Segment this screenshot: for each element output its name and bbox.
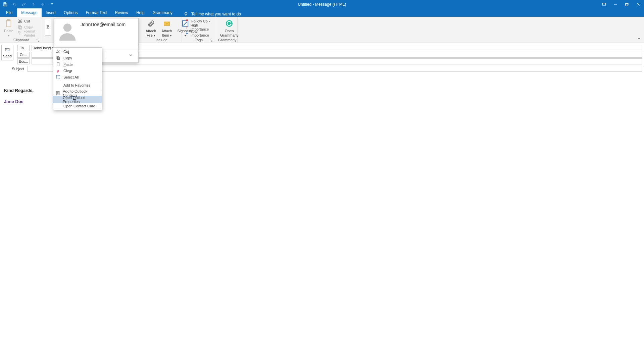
svg-rect-24 (57, 56, 59, 59)
group-basic-text: B (43, 17, 53, 43)
send-label: Send (3, 54, 12, 58)
format-painter-icon (17, 31, 22, 36)
svg-point-8 (185, 12, 187, 15)
avatar-icon (58, 21, 77, 41)
cm-paste: Paste (53, 61, 102, 67)
send-button[interactable]: Send (1, 45, 13, 60)
paperclip-icon (146, 19, 156, 28)
close-icon[interactable] (633, 0, 644, 8)
scissors-icon (55, 49, 61, 54)
arrow-up-icon[interactable] (30, 1, 36, 7)
svg-rect-10 (7, 19, 10, 21)
attach-item-icon (162, 19, 171, 28)
cm-select-all-label: Select All (63, 75, 79, 79)
chevron-down-icon[interactable] (127, 51, 135, 59)
tell-me[interactable]: Tell me what you want to do (183, 11, 241, 17)
cm-open-contact-card[interactable]: Open Contact Card (53, 103, 102, 109)
to-button[interactable]: To... (17, 45, 30, 51)
tab-file[interactable]: File (1, 8, 17, 17)
low-importance-button[interactable]: Low Importance (184, 30, 214, 36)
separator (105, 51, 105, 59)
cm-add-favorites-label: Add to Favorites (63, 83, 90, 87)
group-include: AttachFile ▾ AttachItem ▾ Signature▾ Inc… (142, 17, 182, 43)
dialog-launcher-icon[interactable] (209, 38, 213, 42)
cm-copy-label: Copy (63, 56, 72, 60)
cm-add-favorites[interactable]: Add to Favorites (53, 82, 102, 88)
copy-label: Copy (24, 25, 33, 29)
open-grammarly-label: OpenGrammarly (220, 29, 238, 37)
svg-point-19 (63, 23, 71, 32)
context-menu: Cut Copy Paste Clear Select All Add to F… (53, 47, 102, 110)
grammarly-icon (225, 19, 234, 28)
cm-cut[interactable]: Cut (53, 48, 102, 55)
collapse-ribbon-icon[interactable] (636, 36, 642, 42)
contact-name: JohnDoe@email.com (81, 21, 126, 41)
scissors-icon (17, 18, 23, 24)
low-importance-icon (185, 31, 189, 36)
window-controls (598, 0, 644, 8)
qat-customize-icon[interactable] (49, 1, 55, 7)
cm-select-all[interactable]: Select All (53, 74, 102, 80)
bcc-button[interactable]: Bcc... (17, 58, 30, 64)
cc-button[interactable]: Cc... (17, 52, 30, 58)
undo-icon[interactable] (11, 1, 17, 7)
contacts-icon (55, 91, 60, 96)
svg-point-30 (57, 92, 58, 93)
window-title: Untitled - Message (HTML) (298, 2, 346, 7)
lightbulb-icon (183, 11, 189, 17)
svg-rect-25 (57, 57, 59, 59)
cm-clear[interactable]: Clear (53, 67, 102, 74)
cm-open-contact-card-label: Open Contact Card (63, 104, 95, 108)
separator (63, 81, 101, 81)
cm-open-properties-label: Open Outlook Properties (63, 96, 98, 104)
ribbon-display-options-icon[interactable] (598, 0, 610, 8)
arrow-down-icon[interactable] (40, 1, 46, 7)
subject-field[interactable] (28, 66, 642, 72)
format-painter-button[interactable]: Format Painter (17, 30, 41, 36)
low-importance-label: Low Importance (191, 29, 213, 37)
ribbon-tabs: File Message Insert Options Format Text … (0, 8, 644, 17)
cut-label: Cut (24, 19, 30, 23)
tab-options[interactable]: Options (60, 8, 82, 17)
tab-format-text[interactable]: Format Text (82, 8, 111, 17)
group-tags: Follow Up ▾ ! High Importance Low Import… (182, 17, 216, 43)
subject-label: Subject (1, 67, 28, 71)
format-painter-label: Format Painter (23, 29, 40, 37)
svg-rect-2 (603, 3, 606, 5)
grammarly-group-label: Grammarly (218, 38, 236, 42)
bold-button[interactable]: B (45, 19, 51, 36)
tab-help[interactable]: Help (132, 8, 149, 17)
svg-rect-28 (56, 76, 60, 79)
dialog-launcher-icon[interactable] (36, 38, 40, 42)
copy-icon (55, 55, 61, 61)
group-grammarly: OpenGrammarly Grammarly (216, 17, 238, 43)
open-grammarly-button[interactable]: OpenGrammarly (218, 17, 240, 38)
tell-me-label: Tell me what you want to do (191, 12, 241, 16)
title-bar: Untitled - Message (HTML) (0, 0, 644, 8)
flag-icon (185, 18, 190, 24)
paste-button[interactable]: Paste▾ (2, 17, 15, 38)
tab-grammarly[interactable]: Grammarly (149, 8, 177, 17)
paste-icon (55, 62, 61, 67)
tags-group-label: Tags (195, 38, 203, 42)
minimize-icon[interactable] (610, 0, 621, 8)
send-icon (4, 47, 11, 53)
tab-review[interactable]: Review (111, 8, 132, 17)
redo-icon[interactable] (21, 1, 27, 7)
attach-file-button[interactable]: AttachFile ▾ (144, 17, 158, 38)
tab-insert[interactable]: Insert (42, 8, 60, 17)
svg-rect-0 (4, 2, 6, 3)
high-importance-icon: ! (185, 24, 189, 30)
cm-copy[interactable]: Copy (53, 55, 102, 61)
maximize-icon[interactable] (621, 0, 633, 8)
svg-rect-1 (4, 5, 6, 6)
cm-cut-label: Cut (63, 50, 69, 54)
include-group-label: Include (156, 38, 167, 42)
save-icon[interactable] (2, 1, 8, 7)
cut-button[interactable]: Cut (17, 18, 41, 24)
attach-item-button[interactable]: AttachItem ▾ (159, 17, 174, 38)
tab-message[interactable]: Message (17, 8, 42, 17)
cm-clear-label: Clear (63, 69, 72, 73)
svg-rect-13 (18, 26, 21, 28)
cm-open-properties[interactable]: Open Outlook Properties (53, 96, 102, 103)
